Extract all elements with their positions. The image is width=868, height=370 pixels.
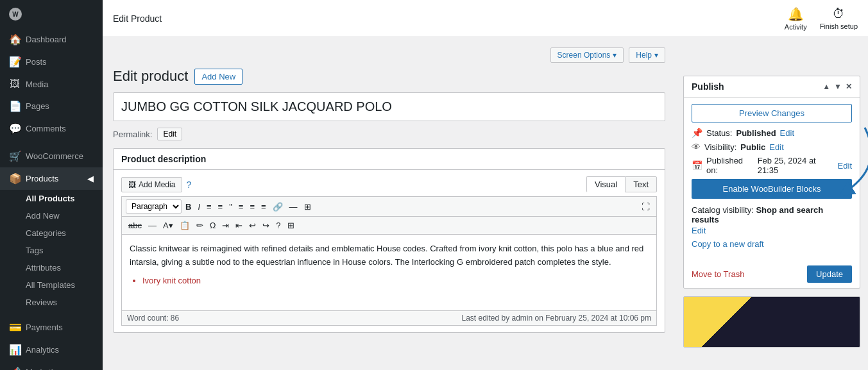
sidebar-logo: W xyxy=(0,0,103,28)
copy-draft-link[interactable]: Copy to a new draft xyxy=(692,239,852,249)
sidebar-item-comments[interactable]: 💬 Comments xyxy=(0,117,103,140)
catalog-visibility-edit-link[interactable]: Edit xyxy=(692,226,852,235)
paragraph-select[interactable]: Paragraph xyxy=(126,199,182,214)
ordered-list-button[interactable]: ≡ xyxy=(216,201,226,213)
unordered-list-button[interactable]: ≡ xyxy=(204,201,214,213)
sidebar-item-woocommerce[interactable]: 🛒 WooCommerce xyxy=(0,145,103,167)
more-button[interactable]: — xyxy=(287,201,300,213)
wordpress-logo: W xyxy=(9,8,22,21)
sidebar-item-media[interactable]: 🖼 Media xyxy=(0,73,103,95)
sidebar-sub-item-categories[interactable]: Categories xyxy=(0,224,103,242)
enable-woobuilder-button[interactable]: Enable WooBuilder Blocks xyxy=(692,179,852,199)
screen-options-button[interactable]: Screen Options ▾ xyxy=(550,47,624,63)
table2-button[interactable]: ⊞ xyxy=(285,219,297,231)
sidebar-sub-item-attributes[interactable]: Attributes xyxy=(0,259,103,276)
finish-setup-button[interactable]: ⏱ Finish setup xyxy=(820,6,858,30)
blockquote-button[interactable]: " xyxy=(226,201,235,213)
move-to-trash-link[interactable]: Move to Trash xyxy=(692,269,744,279)
help-label: Help xyxy=(636,51,652,60)
link-button[interactable]: 🔗 xyxy=(270,201,285,213)
sidebar-item-payments[interactable]: 💳 Payments xyxy=(0,316,103,339)
indent-button[interactable]: ⇥ xyxy=(219,219,232,231)
panel-collapse-chevron[interactable]: ▲ xyxy=(822,82,830,91)
text-color-button[interactable]: A▾ xyxy=(160,219,176,231)
meta-box-header: Product description xyxy=(114,149,665,170)
editor-content-area[interactable]: Classic knitwear is reimagined with refi… xyxy=(121,234,657,311)
update-button[interactable]: Update xyxy=(807,265,852,283)
panel-header-actions: ▲ ▼ ✕ xyxy=(822,82,852,91)
paste-button[interactable]: 📋 xyxy=(177,219,192,231)
add-media-button[interactable]: 🖼 Add Media xyxy=(121,177,182,192)
sidebar-item-marketing[interactable]: 📣 Marketing xyxy=(0,361,103,370)
status-value: Published xyxy=(736,128,776,138)
editor-toolbar-row2: abc — A▾ 📋 ✏ Ω ⇥ ⇤ ↩ ↪ ? ⊞ xyxy=(121,216,657,234)
sidebar-sub-item-label: All Products xyxy=(26,194,75,203)
preview-changes-button[interactable]: Preview Changes xyxy=(692,104,852,122)
visibility-icon: 👁 xyxy=(692,142,701,152)
align-center-button[interactable]: ≡ xyxy=(247,201,257,213)
sidebar-item-label: Analytics xyxy=(26,345,59,355)
italic-button[interactable]: I xyxy=(195,201,203,213)
published-row: 📅 Published on: Feb 25, 2024 at 21:35 Ed… xyxy=(692,156,852,175)
editor-content-paragraph: Classic knitwear is reimagined with refi… xyxy=(130,242,649,269)
sidebar-sub-item-all-products[interactable]: All Products xyxy=(0,190,103,207)
table-button[interactable]: ⊞ xyxy=(302,201,314,213)
product-image-content xyxy=(684,297,860,347)
editor-help-icon[interactable]: ? xyxy=(186,180,191,190)
sidebar-sub-item-label: All Templates xyxy=(26,280,75,290)
help-button[interactable]: Help ▾ xyxy=(629,47,665,63)
sidebar-sub-item-add-new[interactable]: Add New xyxy=(0,207,103,224)
sidebar-sub-item-reviews[interactable]: Reviews xyxy=(0,294,103,311)
align-right-button[interactable]: ≡ xyxy=(259,201,269,213)
published-edit-link[interactable]: Edit xyxy=(838,161,852,171)
topbar-title: Edit Product xyxy=(113,13,162,24)
product-title-input[interactable] xyxy=(113,92,665,121)
posts-icon: 📝 xyxy=(9,56,21,68)
align-left-button[interactable]: ≡ xyxy=(236,201,246,213)
publish-panel: Publish ▲ ▼ ✕ Preview Changes 📌 Status: … xyxy=(683,76,860,289)
editor-area: Screen Options ▾ Help ▾ Edit product Add… xyxy=(103,37,676,370)
bold-button[interactable]: B xyxy=(183,201,194,213)
fullscreen-button[interactable]: ⛶ xyxy=(639,201,652,213)
redo-button[interactable]: ↪ xyxy=(260,219,272,231)
add-new-button[interactable]: Add New xyxy=(194,69,243,85)
erase-button[interactable]: ✏ xyxy=(194,219,206,231)
sidebar-item-label: Payments xyxy=(26,323,63,332)
visibility-edit-link[interactable]: Edit xyxy=(769,142,783,152)
undo-button[interactable]: ↩ xyxy=(246,219,259,231)
sidebar-sub-item-all-templates[interactable]: All Templates xyxy=(0,276,103,294)
sidebar-item-products[interactable]: 📦 Products ◀ xyxy=(0,167,103,190)
special-chars-button[interactable]: Ω xyxy=(207,219,219,231)
help2-button[interactable]: ? xyxy=(273,219,283,231)
sidebar-item-analytics[interactable]: 📊 Analytics xyxy=(0,339,103,361)
panel-close-chevron[interactable]: ✕ xyxy=(846,82,852,91)
sidebar-item-posts[interactable]: 📝 Posts xyxy=(0,51,103,73)
word-count-label: Word count: 86 xyxy=(127,314,179,323)
meta-box-content: 🖼 Add Media ? Visual Text Paragraph xyxy=(114,170,665,332)
visibility-value: Public xyxy=(740,142,765,152)
sidebar-sub-item-tags[interactable]: Tags xyxy=(0,242,103,259)
status-edit-link[interactable]: Edit xyxy=(780,128,794,138)
analytics-icon: 📊 xyxy=(9,344,21,356)
hr-button[interactable]: — xyxy=(146,219,159,231)
sidebar: W 🏠 Dashboard 📝 Posts 🖼 Media 📄 Pages 💬 … xyxy=(0,0,103,370)
edit-permalink-button[interactable]: Edit xyxy=(157,128,182,140)
pages-icon: 📄 xyxy=(9,100,21,112)
marketing-icon: 📣 xyxy=(9,366,21,370)
sidebar-item-pages[interactable]: 📄 Pages xyxy=(0,95,103,117)
outdent-button[interactable]: ⇤ xyxy=(233,219,245,231)
editor-toolbar-top: 🖼 Add Media ? Visual Text xyxy=(121,176,657,192)
permalink-label: Permalink: xyxy=(113,130,152,139)
dashboard-icon: 🏠 xyxy=(9,33,21,46)
activity-button[interactable]: 🔔 Activity xyxy=(785,6,807,31)
published-icon: 📅 xyxy=(692,160,702,171)
permalink-bar: Permalink: Edit xyxy=(113,128,665,140)
strikethrough-button[interactable]: abc xyxy=(126,219,144,231)
sidebar-item-dashboard[interactable]: 🏠 Dashboard xyxy=(0,28,103,51)
sidebar-item-label: Media xyxy=(26,80,48,89)
panel-expand-chevron[interactable]: ▼ xyxy=(834,82,842,91)
help-chevron: ▾ xyxy=(654,51,658,60)
text-tab[interactable]: Text xyxy=(625,176,657,192)
visual-tab[interactable]: Visual xyxy=(586,176,625,192)
published-label: Published on: xyxy=(706,156,754,175)
